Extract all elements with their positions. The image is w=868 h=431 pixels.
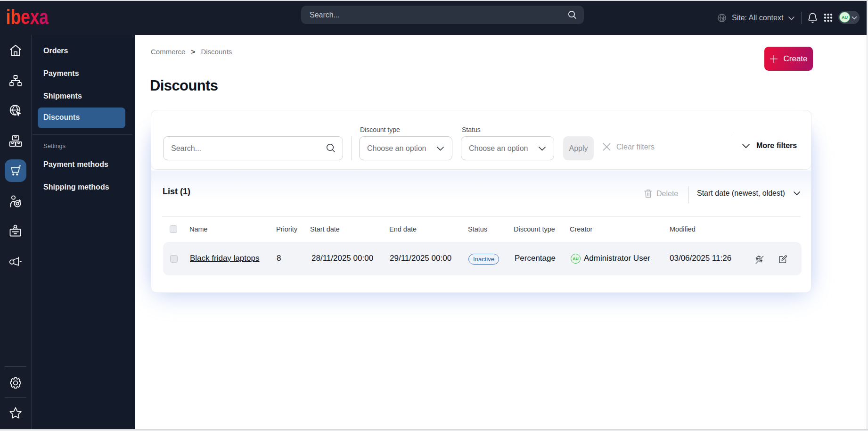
svg-text:ibexa: ibexa (7, 5, 49, 28)
